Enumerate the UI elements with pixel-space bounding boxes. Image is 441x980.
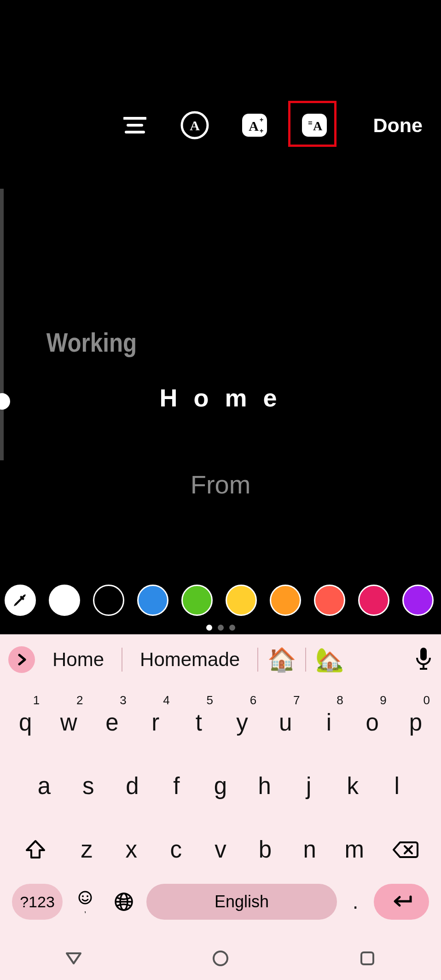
- suggestion-1[interactable]: Home: [44, 649, 112, 671]
- suggestion-divider: [305, 648, 306, 672]
- svg-text:A: A: [249, 118, 259, 133]
- microphone-icon: [414, 647, 433, 671]
- key-t[interactable]: t5: [177, 690, 220, 755]
- expand-suggestions-button[interactable]: [8, 646, 35, 673]
- color-swatch-0[interactable]: [49, 585, 80, 616]
- text-size-button[interactable]: A + +: [238, 109, 271, 141]
- eyedropper-icon: [12, 592, 29, 609]
- palette-page-dot[interactable]: [206, 625, 212, 631]
- key-row-1: q1w2e3r4t5y6u7i8o9p0: [4, 690, 437, 755]
- key-k[interactable]: k: [331, 753, 375, 819]
- align-button[interactable]: [119, 109, 151, 141]
- color-swatch-6[interactable]: [314, 585, 345, 616]
- enter-key[interactable]: [374, 884, 429, 920]
- on-screen-keyboard: Home Homemade 🏠 🏡 q1w2e3r4t5y6u7i8o9p0 a…: [0, 634, 441, 980]
- color-swatch-8[interactable]: [402, 585, 434, 616]
- key-secondary: 1: [33, 693, 40, 707]
- key-z[interactable]: z: [64, 817, 109, 882]
- system-nav-bar: [0, 937, 441, 980]
- svg-rect-26: [361, 952, 373, 964]
- key-m[interactable]: m: [332, 817, 377, 882]
- text-effect-button[interactable]: = A: [298, 109, 331, 141]
- nav-home-button[interactable]: [209, 947, 232, 970]
- svg-text:+: +: [260, 116, 263, 123]
- done-button[interactable]: Done: [373, 114, 423, 137]
- key-u[interactable]: u7: [264, 690, 307, 755]
- current-text-input[interactable]: H o m e: [0, 383, 441, 412]
- key-secondary: 3: [120, 693, 126, 707]
- nav-recent-button[interactable]: [356, 947, 379, 970]
- color-swatch-3[interactable]: [181, 585, 213, 616]
- key-e[interactable]: e3: [90, 690, 133, 755]
- shift-key[interactable]: [6, 817, 64, 882]
- eyedropper-button[interactable]: [5, 585, 36, 616]
- key-secondary: 5: [207, 693, 213, 707]
- svg-marker-24: [67, 953, 81, 963]
- enter-icon: [390, 895, 412, 909]
- palette-page-dot[interactable]: [218, 625, 224, 631]
- emoji-suggestion-2[interactable]: 🏡: [315, 646, 344, 673]
- prev-text-option[interactable]: Working: [0, 327, 279, 358]
- key-q[interactable]: q1: [4, 690, 47, 755]
- key-b[interactable]: b: [243, 817, 287, 882]
- font-style-button[interactable]: A: [179, 109, 211, 141]
- chevron-right-icon: [16, 654, 28, 666]
- color-swatch-7[interactable]: [358, 585, 389, 616]
- color-swatch-1[interactable]: [93, 585, 124, 616]
- next-text-option[interactable]: From: [0, 470, 441, 499]
- language-key[interactable]: [108, 884, 140, 920]
- key-f[interactable]: f: [154, 753, 198, 819]
- emoji-suggestion-1[interactable]: 🏠: [267, 646, 296, 673]
- suggestion-2[interactable]: Homemade: [132, 649, 248, 671]
- symbols-key[interactable]: ?123: [12, 884, 63, 920]
- svg-text:=: =: [308, 119, 312, 127]
- color-palette: [0, 585, 441, 616]
- key-n[interactable]: n: [287, 817, 332, 882]
- emoji-key[interactable]: ,: [69, 884, 101, 920]
- text-size-slider[interactable]: [0, 189, 4, 460]
- color-swatch-2[interactable]: [137, 585, 168, 616]
- key-secondary: 7: [293, 693, 300, 707]
- key-x[interactable]: x: [109, 817, 154, 882]
- key-h[interactable]: h: [243, 753, 287, 819]
- nav-back-icon: [65, 951, 82, 965]
- backspace-icon: [393, 841, 418, 859]
- key-secondary: 4: [163, 693, 169, 707]
- story-editor-canvas: A A + + = A Done: [0, 0, 441, 634]
- voice-input-button[interactable]: [414, 647, 433, 673]
- text-editor-toolbar: A A + + = A Done: [0, 106, 441, 145]
- key-w[interactable]: w2: [47, 690, 90, 755]
- key-d[interactable]: d: [110, 753, 155, 819]
- key-o[interactable]: o9: [351, 690, 394, 755]
- emoji-icon: ,: [76, 890, 94, 913]
- key-l[interactable]: l: [375, 753, 419, 819]
- text-effect-icon: = A: [301, 112, 328, 139]
- key-c[interactable]: c: [154, 817, 198, 882]
- color-swatch-4[interactable]: [226, 585, 257, 616]
- color-swatch-5[interactable]: [270, 585, 301, 616]
- suggestion-divider: [122, 648, 122, 672]
- key-g[interactable]: g: [198, 753, 243, 819]
- key-secondary: 0: [424, 693, 430, 707]
- key-v[interactable]: v: [198, 817, 243, 882]
- palette-page-dot[interactable]: [229, 625, 235, 631]
- key-i[interactable]: i8: [307, 690, 350, 755]
- suggestion-divider: [257, 648, 258, 672]
- key-s[interactable]: s: [66, 753, 110, 819]
- suggestion-bar: Home Homemade 🏠 🏡: [0, 634, 441, 685]
- keyboard-rows: q1w2e3r4t5y6u7i8o9p0 asdfghjkl zxcvbnm ?…: [0, 685, 441, 937]
- key-row-3: zxcvbnm: [4, 817, 437, 882]
- svg-point-25: [214, 951, 227, 965]
- key-p[interactable]: p0: [394, 690, 437, 755]
- period-key[interactable]: .: [343, 884, 367, 920]
- text-size-icon: A + +: [241, 112, 268, 139]
- space-key[interactable]: English: [146, 884, 337, 920]
- key-a[interactable]: a: [22, 753, 66, 819]
- key-r[interactable]: r4: [134, 690, 177, 755]
- svg-point-17: [79, 892, 91, 904]
- backspace-key[interactable]: [377, 817, 435, 882]
- key-y[interactable]: y6: [220, 690, 264, 755]
- nav-back-button[interactable]: [62, 947, 85, 970]
- align-icon: [123, 116, 146, 134]
- key-j[interactable]: j: [287, 753, 331, 819]
